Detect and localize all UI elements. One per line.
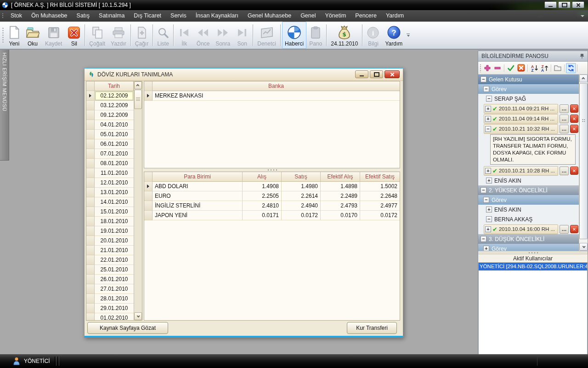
browse-source-page-button[interactable]: Kaynak Sayfaya Gözat: [87, 322, 168, 334]
row-marker[interactable]: [86, 159, 95, 168]
tree-task-row-task-2010-11-04-0921[interactable]: +✔2010.11.04 09:21 RH ...…✕: [478, 104, 579, 114]
column-header-efektif-satis[interactable]: Efektif Satış: [360, 172, 400, 182]
tree-task-row-task-2010-10-04-1600[interactable]: +✔2010.10.04 16:00 RH ...…✕: [478, 224, 579, 234]
task-bar[interactable]: +✔2010.10.04 16:00 RH ...: [484, 224, 558, 234]
toolbar-button-oku[interactable]: Oku: [23, 22, 42, 49]
expander-plus-icon[interactable]: +: [485, 168, 491, 174]
date-cell[interactable]: 19.01.2010: [95, 226, 134, 236]
row-marker[interactable]: [86, 168, 95, 178]
rate-value-cell[interactable]: 1.4898: [321, 182, 360, 191]
row-marker[interactable]: [144, 191, 153, 201]
scroll-up-button[interactable]: [134, 81, 142, 89]
rate-value-cell[interactable]: 0.0170: [321, 211, 360, 220]
date-cell[interactable]: 15.01.2010: [95, 207, 134, 217]
expander-minus-icon[interactable]: −: [486, 216, 492, 222]
tree-row-gorev-3[interactable]: +Görev: [478, 244, 579, 251]
tree-row-yuksek-oncelikli[interactable]: −2. YÜKSEK ÖNCELİKLİ: [478, 185, 579, 195]
row-marker[interactable]: [86, 294, 95, 304]
tree-row-gorev-2[interactable]: −Görev: [478, 195, 579, 205]
date-cell[interactable]: 09.12.2009: [95, 110, 134, 120]
task-detail-button[interactable]: …: [560, 225, 569, 234]
expander-plus-icon[interactable]: +: [483, 246, 489, 251]
date-cell[interactable]: 06.01.2010: [95, 139, 134, 149]
row-marker[interactable]: [86, 149, 95, 159]
expander-minus-icon[interactable]: −: [486, 96, 492, 102]
task-bar[interactable]: +✔2010.10.21 10:28 RH ...: [484, 166, 558, 176]
expander-minus-icon[interactable]: −: [481, 236, 486, 242]
task-bar[interactable]: −✔2010.10.21 10:32 RH ...: [484, 124, 558, 134]
menu-item-satis[interactable]: Satış: [72, 10, 95, 22]
rate-value-cell[interactable]: 0.0171: [243, 211, 282, 220]
menu-item-genel-muhasebe[interactable]: Genel Muhasebe: [243, 10, 296, 22]
column-header-satis[interactable]: Satış: [282, 172, 321, 182]
currency-name-cell[interactable]: ABD DOLARI: [153, 182, 243, 191]
date-row[interactable]: 20.01.2010: [86, 236, 134, 246]
tree-row-gelen-kutusu[interactable]: −Gelen Kutusu: [478, 75, 579, 84]
scrollbar-track[interactable]: [134, 89, 142, 312]
date-cell[interactable]: 21.01.2010: [95, 246, 134, 255]
panel-toolbar-button-folder[interactable]: [553, 63, 563, 73]
menu-item-yonetim[interactable]: Yönetim: [320, 10, 351, 22]
menu-item-stok[interactable]: Stok: [6, 10, 27, 22]
currency-name-cell[interactable]: EURO: [153, 191, 243, 201]
rate-value-cell[interactable]: 1.4908: [243, 182, 282, 191]
panel-toolbar-button-sort-ascending[interactable]: AZ: [529, 63, 539, 73]
row-marker[interactable]: [86, 130, 95, 139]
row-marker[interactable]: [86, 197, 95, 207]
bank-name-cell[interactable]: MERKEZ BANKASI: [153, 91, 400, 101]
grid-splitter[interactable]: [144, 168, 400, 172]
toolbar-overflow-chevron-icon[interactable]: [407, 34, 410, 37]
row-marker[interactable]: [86, 284, 95, 294]
row-marker[interactable]: [86, 91, 95, 101]
date-cell[interactable]: 20.01.2010: [95, 236, 134, 246]
tree-row-gorev-1[interactable]: −Görev: [478, 84, 579, 94]
tree-task-row-task-2010-11-04-0914[interactable]: +✔2010.11.04 09:14 RH ...…✕: [478, 114, 579, 124]
date-cell[interactable]: 08.01.2010: [95, 159, 134, 168]
panel-toolbar-button-sort-descending[interactable]: ZA: [539, 63, 549, 73]
row-marker[interactable]: [86, 217, 95, 226]
tree-row-berna-akkas[interactable]: −BERNA AKKAŞ: [478, 214, 579, 224]
dialog-close-button[interactable]: [384, 70, 400, 78]
date-row[interactable]: 12.01.2010: [86, 178, 134, 188]
rate-value-cell[interactable]: 0.0172: [282, 211, 321, 220]
rate-value-cell[interactable]: 2.2505: [243, 191, 282, 201]
date-column-header[interactable]: Tarih: [95, 81, 134, 91]
rate-row[interactable]: ABD DOLARI1.49081.49801.48981.5002: [144, 182, 400, 191]
toolbar-button-tarih[interactable]: $24.11.2010: [328, 22, 361, 49]
column-header-alis[interactable]: Alış: [243, 172, 282, 182]
task-detail-button[interactable]: …: [560, 125, 569, 133]
task-detail-button[interactable]: …: [560, 167, 569, 175]
column-header-para-birimi[interactable]: Para Birimi: [153, 172, 243, 182]
window-minimize-button[interactable]: [544, 1, 557, 8]
expander-minus-icon[interactable]: −: [485, 126, 491, 132]
task-delete-button[interactable]: ✕: [570, 115, 578, 123]
panel-toolbar-button-add[interactable]: [482, 63, 492, 73]
menu-item-yardim[interactable]: Yardım: [381, 10, 408, 22]
rate-value-cell[interactable]: 2.4940: [282, 201, 321, 211]
scroll-down-button[interactable]: [134, 312, 142, 320]
expander-minus-icon[interactable]: −: [481, 76, 486, 82]
menu-item-pencere[interactable]: Pencere: [351, 10, 381, 22]
menubar-grip[interactable]: [2, 13, 4, 19]
toolbar-button-yardim[interactable]: ?Yardım: [382, 22, 405, 49]
date-cell[interactable]: 28.01.2010: [95, 294, 134, 304]
task-bar[interactable]: +✔2010.11.04 09:21 RH ...: [484, 104, 558, 114]
date-cell[interactable]: 11.01.2010: [95, 168, 134, 178]
tree-scrollbar[interactable]: [579, 75, 588, 251]
rate-row[interactable]: EURO2.25052.26142.24892.2648: [144, 191, 400, 201]
row-marker[interactable]: [86, 275, 95, 284]
expander-plus-icon[interactable]: +: [486, 178, 492, 184]
task-detail-button[interactable]: …: [560, 104, 569, 113]
menu-item-genel[interactable]: Genel: [296, 10, 320, 22]
column-header-efektif-alis[interactable]: Efektif Alış: [321, 172, 360, 182]
date-row[interactable]: 18.01.2010: [86, 217, 134, 226]
quick-access-menu-tab[interactable]: HIZLI ERİŞİM MENÜSÜ: [0, 50, 9, 161]
tree-row-serap-sag[interactable]: −SERAP ŞAĞ: [478, 94, 579, 104]
tree-task-row-task-2010-10-21-1028[interactable]: +✔2010.10.21 10:28 RH ...…✕: [478, 166, 579, 176]
window-close-button[interactable]: [572, 1, 584, 8]
date-cell[interactable]: 05.01.2010: [95, 130, 134, 139]
rate-value-cell[interactable]: 2.4810: [243, 201, 282, 211]
expander-plus-icon[interactable]: +: [485, 106, 491, 112]
dialog-titlebar[interactable]: DÖVİZ KURLARI TANIMLAMA: [85, 69, 403, 81]
menu-item-satinalma[interactable]: Satınalma: [94, 10, 129, 22]
